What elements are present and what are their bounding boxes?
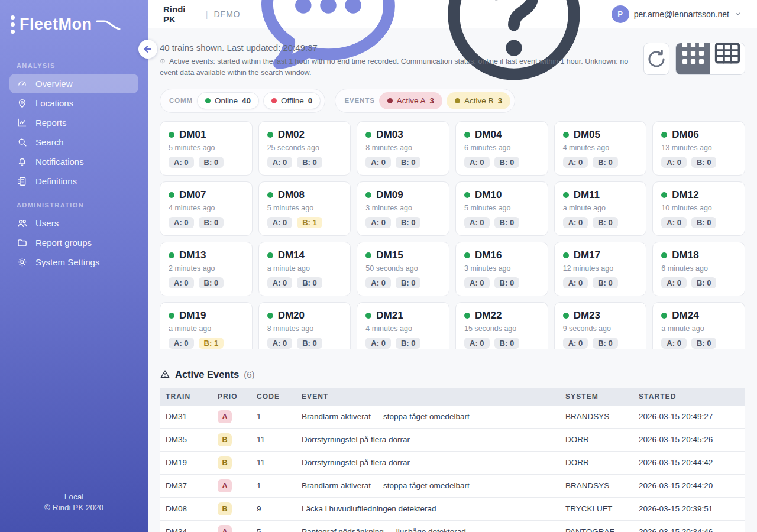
train-card-dm21[interactable]: DM21 4 minutes ago A: 0 B: 0 xyxy=(357,302,449,349)
train-card-dm11[interactable]: DM11 a minute ago A: 0 B: 0 xyxy=(554,181,647,236)
train-card-dm10[interactable]: DM10 5 minutes ago A: 0 B: 0 xyxy=(455,181,548,236)
train-last-seen: 6 minutes ago xyxy=(661,264,736,273)
priority-b-badge: B: 0 xyxy=(199,157,224,168)
train-card-dm13[interactable]: DM13 2 minutes ago A: 0 B: 0 xyxy=(160,242,253,296)
online-status-dot xyxy=(169,192,174,198)
priority-a-badge: A: 0 xyxy=(169,277,194,288)
active-events-title: Active Events xyxy=(175,369,239,380)
active-b-count: 3 xyxy=(498,96,503,105)
event-train: DM34 xyxy=(160,520,212,532)
avatar: P xyxy=(612,5,629,23)
train-card-dm03[interactable]: DM03 8 minutes ago A: 0 B: 0 xyxy=(357,121,449,176)
sidebar-item-search[interactable]: Search xyxy=(9,132,138,152)
online-status-dot xyxy=(365,313,371,319)
train-card-dm14[interactable]: DM14 a minute ago A: 0 B: 0 xyxy=(258,242,351,296)
table-icon xyxy=(710,43,745,70)
header-controls: Cards Table xyxy=(643,43,745,75)
train-last-seen: a minute ago xyxy=(169,325,244,333)
event-code: 1 xyxy=(251,474,296,497)
events-col-event: EVENT xyxy=(296,388,559,406)
content: 40 trains shown. Last updated: 20:49:37 … xyxy=(148,28,757,532)
train-id: DM17 xyxy=(574,249,600,261)
user-menu[interactable]: P per.arne@lennartsson.net xyxy=(612,5,742,23)
view-cards-button[interactable]: Cards xyxy=(676,43,710,74)
train-card-dm15[interactable]: DM15 50 seconds ago A: 0 B: 0 xyxy=(357,242,449,296)
filter-active-b-pill[interactable]: Active B 3 xyxy=(447,92,510,109)
event-system: TRYCKLUFT xyxy=(559,497,633,520)
sidebar-item-users[interactable]: Users xyxy=(9,213,138,233)
train-card-dm06[interactable]: DM06 13 minutes ago A: 0 B: 0 xyxy=(652,121,745,176)
fleetmon-logo[interactable]: FleetMon xyxy=(0,0,148,51)
train-id: DM15 xyxy=(376,249,403,261)
priority-a-badge: A: 0 xyxy=(661,277,687,288)
train-cards-viewport[interactable]: DM01 5 minutes ago A: 0 B: 0 DM02 25 sec… xyxy=(160,121,745,349)
train-card-dm05[interactable]: DM05 4 minutes ago A: 0 B: 0 xyxy=(554,121,647,176)
sidebar-item-notifications[interactable]: Notifications xyxy=(9,152,138,171)
sidebar-item-overview[interactable]: Overview xyxy=(9,74,138,93)
sidebar-item-label: Definitions xyxy=(35,176,77,186)
train-id: DM01 xyxy=(179,129,206,141)
train-last-seen: 8 minutes ago xyxy=(267,325,342,333)
train-id: DM24 xyxy=(672,310,698,322)
sidebar-item-locations[interactable]: Locations xyxy=(9,93,138,113)
train-card-dm16[interactable]: DM16 3 minutes ago A: 0 B: 0 xyxy=(455,242,548,296)
priority-a-badge: A: 0 xyxy=(169,338,194,349)
filter-offline-pill[interactable]: Offline 0 xyxy=(263,92,321,109)
train-card-dm08[interactable]: DM08 5 minutes ago A: 0 B: 1 xyxy=(258,181,351,236)
train-id: DM16 xyxy=(475,249,502,261)
train-card-dm04[interactable]: DM04 6 minutes ago A: 0 B: 0 xyxy=(455,121,548,176)
event-row: DM37 A 1 Brandlarm aktiverat — stoppa tå… xyxy=(160,474,745,497)
train-card-dm01[interactable]: DM01 5 minutes ago A: 0 B: 0 xyxy=(160,121,253,176)
event-system: BRANDSYS xyxy=(559,406,633,429)
train-card-dm22[interactable]: DM22 15 seconds ago A: 0 B: 0 xyxy=(455,302,548,349)
view-table-button[interactable]: Table xyxy=(710,43,745,74)
train-card-dm02[interactable]: DM02 25 seconds ago A: 0 B: 0 xyxy=(258,121,351,176)
priority-b-badge: B: 0 xyxy=(691,217,717,228)
sidebar-item-report-groups[interactable]: Report groups xyxy=(9,233,138,252)
chevron-down-icon xyxy=(734,10,742,18)
train-card-dm23[interactable]: DM23 9 seconds ago A: 0 B: 0 xyxy=(554,302,647,349)
train-card-dm18[interactable]: DM18 6 minutes ago A: 0 B: 0 xyxy=(652,242,745,296)
train-last-seen: a minute ago xyxy=(267,264,342,273)
sidebar: FleetMon ANALYSIS Overview Locations Rep… xyxy=(0,0,148,532)
priority-a-badge: A: 0 xyxy=(267,338,293,349)
gear-icon xyxy=(17,257,28,268)
active-a-count: 3 xyxy=(430,96,435,105)
comm-group-label: COMM xyxy=(169,97,193,104)
sidebar-item-system-settings[interactable]: System Settings xyxy=(9,252,138,272)
train-card-dm07[interactable]: DM07 4 minutes ago A: 0 B: 0 xyxy=(160,181,253,236)
sidebar-item-label: Notifications xyxy=(35,157,84,167)
event-row: DM34 A 5 Pantograf nödsänkning — ljusbåg… xyxy=(160,520,745,532)
sidebar-item-definitions[interactable]: Definitions xyxy=(9,171,138,191)
filter-online-pill[interactable]: Online 40 xyxy=(197,92,259,109)
online-status-dot xyxy=(464,252,470,258)
event-started: 2026-03-15 20:45:26 xyxy=(633,428,745,451)
refresh-icon xyxy=(644,47,669,72)
event-code: 5 xyxy=(251,520,296,532)
event-code: 9 xyxy=(251,497,296,520)
priority-a-badge: A: 0 xyxy=(563,338,588,349)
footer-copyright: © Rindi PK 2020 xyxy=(0,502,148,513)
priority-a-badge: A: 0 xyxy=(661,217,687,228)
priority-b-badge: B: 0 xyxy=(593,157,618,168)
train-card-dm19[interactable]: DM19 a minute ago A: 0 B: 1 xyxy=(160,302,253,349)
priority-b-badge: B: 1 xyxy=(199,338,224,349)
train-card-dm17[interactable]: DM17 12 minutes ago A: 0 B: 0 xyxy=(554,242,647,296)
trains-summary: 40 trains shown. Last updated: 20:49:37 xyxy=(160,43,643,53)
train-last-seen: 50 seconds ago xyxy=(365,264,441,273)
train-card-dm20[interactable]: DM20 8 minutes ago A: 0 B: 0 xyxy=(258,302,351,349)
event-started: 2026-03-15 20:44:20 xyxy=(633,474,745,497)
train-card-dm24[interactable]: DM24 a minute ago A: 0 B: 0 xyxy=(652,302,745,349)
filter-active-a-pill[interactable]: Active A 3 xyxy=(379,92,442,109)
event-row: DM35 B 11 Dörrstyrningsfel på flera dörr… xyxy=(160,428,745,451)
train-card-dm12[interactable]: DM12 10 minutes ago A: 0 B: 0 xyxy=(652,181,745,236)
refresh-button[interactable] xyxy=(643,43,669,75)
summary-block: 40 trains shown. Last updated: 20:49:37 … xyxy=(160,43,643,79)
train-id: DM20 xyxy=(278,310,305,322)
priority-a-badge: A: 0 xyxy=(464,338,490,349)
priority-b-badge: B: 0 xyxy=(297,157,322,168)
sidebar-item-reports[interactable]: Reports xyxy=(9,113,138,132)
sidebar-collapse-button[interactable] xyxy=(138,40,157,59)
gauge-icon xyxy=(17,78,28,89)
train-card-dm09[interactable]: DM09 3 minutes ago A: 0 B: 0 xyxy=(357,181,449,236)
